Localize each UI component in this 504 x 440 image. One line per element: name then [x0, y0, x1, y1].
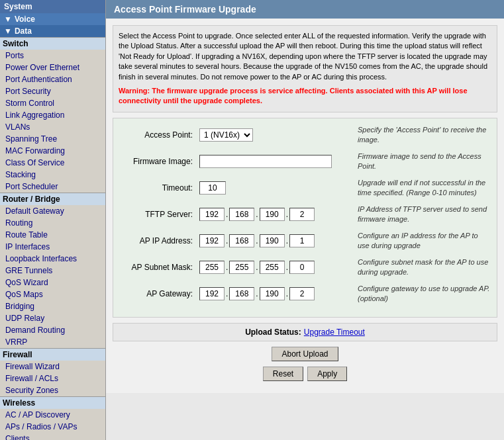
tftp-server-oct4[interactable]	[289, 208, 315, 221]
ip-dot: .	[286, 289, 288, 298]
ap-subnet-input-group: . . .	[199, 261, 350, 274]
timeout-row: Timeout: Upgrade will end if not success…	[120, 178, 490, 198]
ap-subnet-oct1[interactable]	[199, 261, 225, 274]
tftp-server-oct2[interactable]	[229, 208, 254, 221]
sidebar-item-qos-wizard[interactable]: QoS Wizard	[0, 277, 105, 288]
ip-dot: .	[226, 210, 228, 219]
ap-ip-oct4[interactable]	[289, 234, 315, 247]
sidebar-item-vrrp[interactable]: VRRP	[0, 336, 105, 348]
ap-ip-hint: Configure an IP address for the AP to us…	[358, 231, 490, 250]
ap-ip-input-group: . . .	[199, 234, 350, 247]
access-point-input-group: 1 (NV16x)	[199, 128, 350, 142]
tftp-server-input-group: . . .	[199, 208, 350, 221]
ap-ip-oct1[interactable]	[199, 234, 225, 247]
ip-dot: .	[226, 289, 228, 298]
abort-upload-button[interactable]: Abort Upload	[272, 347, 338, 361]
access-point-select[interactable]: 1 (NV16x)	[199, 128, 253, 142]
sidebar-item-udp-relay[interactable]: UDP Relay	[0, 312, 105, 324]
sidebar-item-ac-ap[interactable]: AC / AP Discovery	[0, 409, 105, 421]
sidebar-item-voice[interactable]: ▼Voice	[0, 13, 105, 25]
ap-ip-label: AP IP Address:	[120, 236, 199, 245]
sidebar-item-gre-tunnels[interactable]: GRE Tunnels	[0, 265, 105, 277]
firmware-image-input-group	[199, 155, 350, 168]
sidebar-item-spanning-tree[interactable]: Spanning Tree	[0, 133, 105, 145]
tftp-server-row: TFTP Server: . . . IP Address of TFTP se…	[120, 204, 490, 224]
sidebar-item-aps-radios[interactable]: APs / Radios / VAPs	[0, 421, 105, 433]
form-area: Access Point: 1 (NV16x) Specify the 'Acc…	[113, 118, 497, 318]
ap-subnet-oct4[interactable]	[289, 261, 315, 274]
upload-status-bar: Upload Status: Upgrade Timeout	[113, 323, 497, 341]
ip-dot: .	[256, 210, 258, 219]
sidebar-item-loopback[interactable]: Loopback Interfaces	[0, 253, 105, 265]
sidebar-item-cos[interactable]: Class Of Service	[0, 157, 105, 169]
access-point-hint: Specify the 'Access Point' to receive th…	[358, 125, 490, 144]
warning-text: Warning: The firmware upgrade process is…	[119, 86, 491, 107]
ap-ip-row: AP IP Address: . . . Configure an IP add…	[120, 231, 490, 251]
sidebar-item-storm-control[interactable]: Storm Control	[0, 97, 105, 109]
sidebar-subsection-switch: Switch	[0, 37, 105, 50]
ip-dot: .	[226, 236, 228, 245]
tftp-server-label: TFTP Server:	[120, 210, 199, 219]
ap-gateway-oct4[interactable]	[289, 287, 315, 300]
sidebar-item-vlans[interactable]: VLANs	[0, 121, 105, 133]
ap-gateway-input-group: . . .	[199, 287, 350, 300]
firmware-image-input[interactable]	[199, 155, 332, 168]
timeout-input[interactable]	[199, 181, 226, 195]
main-content: Access Point Firmware Upgrade Select the…	[106, 0, 504, 440]
ip-dot: .	[256, 263, 258, 272]
ap-gateway-oct1[interactable]	[199, 287, 225, 300]
tftp-server-oct1[interactable]	[199, 208, 225, 221]
sidebar-item-poe[interactable]: Power Over Ethernet	[0, 62, 105, 73]
ap-subnet-hint: Configure subnet mask for the AP to use …	[358, 257, 490, 277]
sidebar-item-bridging[interactable]: Bridging	[0, 300, 105, 312]
sidebar-item-clients[interactable]: Clients	[0, 433, 105, 440]
description-box: Select the Access Point to upgrade. Once…	[113, 25, 497, 112]
ip-dot: .	[226, 263, 228, 272]
sidebar-subsection-router-bridge: Router / Bridge	[0, 193, 105, 205]
sidebar-item-default-gateway[interactable]: Default Gateway	[0, 205, 105, 217]
access-point-row: Access Point: 1 (NV16x) Specify the 'Acc…	[120, 125, 490, 145]
sidebar-item-port-auth[interactable]: Port Authentication	[0, 73, 105, 85]
sidebar-item-route-table[interactable]: Route Table	[0, 229, 105, 241]
sidebar-item-link-agg[interactable]: Link Aggregation	[0, 109, 105, 121]
ap-gateway-oct2[interactable]	[229, 287, 254, 300]
ap-subnet-oct2[interactable]	[229, 261, 254, 274]
ap-gateway-label: AP Gateway:	[120, 289, 199, 298]
sidebar-item-ip-interfaces[interactable]: IP Interfaces	[0, 241, 105, 253]
ap-ip-oct3[interactable]	[260, 234, 285, 247]
sidebar-item-system[interactable]: System	[0, 0, 105, 13]
access-point-label: Access Point:	[120, 130, 199, 140]
apply-button[interactable]: Apply	[307, 367, 347, 381]
firmware-image-hint: Firmware image to send to the Access Poi…	[358, 152, 490, 171]
sidebar-item-port-scheduler[interactable]: Port Scheduler	[0, 181, 105, 193]
reset-button[interactable]: Reset	[263, 367, 303, 381]
ip-dot: .	[256, 236, 258, 245]
ap-ip-oct2[interactable]	[229, 234, 254, 247]
tftp-server-oct3[interactable]	[260, 208, 285, 221]
ip-dot: .	[256, 289, 258, 298]
sidebar-item-mac-forwarding[interactable]: MAC Forwarding	[0, 145, 105, 157]
sidebar: System ▼Voice ▼Data Switch Ports Power O…	[0, 0, 106, 440]
sidebar-item-qos-maps[interactable]: QoS Maps	[0, 288, 105, 300]
upload-status-value[interactable]: Upgrade Timeout	[304, 328, 365, 337]
button-row: Abort Upload	[113, 347, 497, 361]
ap-subnet-oct3[interactable]	[260, 261, 285, 274]
sidebar-item-demand-routing[interactable]: Demand Routing	[0, 324, 105, 336]
sidebar-item-data[interactable]: ▼Data	[0, 25, 105, 37]
ap-gateway-oct3[interactable]	[260, 287, 285, 300]
sidebar-item-routing[interactable]: Routing	[0, 217, 105, 229]
ip-dot: .	[286, 263, 288, 272]
upload-status-label: Upload Status:	[245, 328, 301, 337]
timeout-hint: Upgrade will end if not successful in th…	[358, 178, 490, 197]
sidebar-item-ports[interactable]: Ports	[0, 50, 105, 62]
sidebar-subsection-firewall: Firewall	[0, 348, 105, 361]
timeout-input-group	[199, 181, 350, 195]
sidebar-item-security-zones[interactable]: Security Zones	[0, 384, 105, 396]
firmware-image-row: Firmware Image: Firmware image to send t…	[120, 152, 490, 171]
ap-gateway-hint: Configure gateway to use to upgrade AP. …	[358, 284, 490, 303]
ip-dot: .	[286, 236, 288, 245]
sidebar-item-stacking[interactable]: Stacking	[0, 169, 105, 181]
sidebar-item-firewall-wizard[interactable]: Firewall Wizard	[0, 361, 105, 373]
sidebar-item-firewall-acls[interactable]: Firewall / ACLs	[0, 373, 105, 384]
sidebar-item-port-security[interactable]: Port Security	[0, 85, 105, 97]
